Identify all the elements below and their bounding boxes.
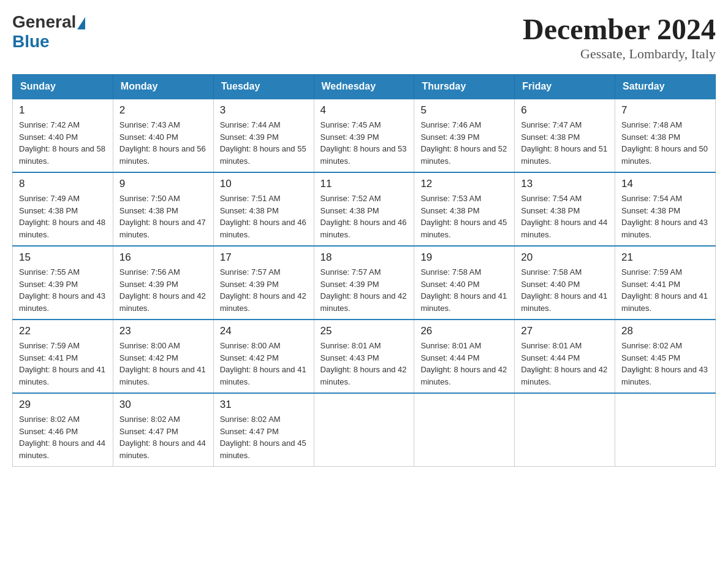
day-info: Sunrise: 8:02 AMSunset: 4:47 PMDaylight:… bbox=[220, 415, 306, 460]
day-info: Sunrise: 7:53 AMSunset: 4:38 PMDaylight:… bbox=[420, 194, 507, 239]
day-info: Sunrise: 8:01 AMSunset: 4:43 PMDaylight:… bbox=[320, 341, 407, 386]
day-number: 8 bbox=[19, 178, 107, 190]
day-number: 4 bbox=[320, 104, 408, 117]
day-info: Sunrise: 8:02 AMSunset: 4:46 PMDaylight:… bbox=[19, 415, 105, 460]
day-number: 19 bbox=[420, 251, 508, 264]
day-number: 28 bbox=[621, 325, 709, 337]
calendar-table: Sunday Monday Tuesday Wednesday Thursday… bbox=[12, 74, 716, 467]
day-number: 6 bbox=[521, 104, 609, 117]
day-number: 12 bbox=[420, 178, 508, 190]
col-saturday: Saturday bbox=[615, 75, 716, 99]
day-number: 31 bbox=[220, 399, 308, 411]
calendar-header-row: Sunday Monday Tuesday Wednesday Thursday… bbox=[13, 75, 716, 99]
col-thursday: Thursday bbox=[414, 75, 515, 99]
day-number: 21 bbox=[621, 251, 709, 264]
calendar-week-2: 8 Sunrise: 7:49 AMSunset: 4:38 PMDayligh… bbox=[13, 172, 716, 246]
day-info: Sunrise: 7:48 AMSunset: 4:38 PMDaylight:… bbox=[621, 120, 708, 166]
day-number: 27 bbox=[521, 325, 609, 337]
calendar-cell: 29 Sunrise: 8:02 AMSunset: 4:46 PMDaylig… bbox=[13, 393, 113, 467]
col-wednesday: Wednesday bbox=[314, 75, 414, 99]
calendar-week-3: 15 Sunrise: 7:55 AMSunset: 4:39 PMDaylig… bbox=[13, 246, 716, 320]
day-info: Sunrise: 7:49 AMSunset: 4:38 PMDaylight:… bbox=[19, 194, 105, 239]
calendar-cell bbox=[414, 393, 515, 467]
calendar-week-4: 22 Sunrise: 7:59 AMSunset: 4:41 PMDaylig… bbox=[13, 320, 716, 393]
logo-triangle-icon bbox=[77, 17, 85, 29]
col-tuesday: Tuesday bbox=[213, 75, 314, 99]
day-info: Sunrise: 8:02 AMSunset: 4:45 PMDaylight:… bbox=[621, 341, 708, 386]
day-info: Sunrise: 7:59 AMSunset: 4:41 PMDaylight:… bbox=[621, 267, 708, 313]
day-number: 30 bbox=[119, 399, 207, 411]
day-info: Sunrise: 7:50 AMSunset: 4:38 PMDaylight:… bbox=[119, 194, 206, 239]
calendar-cell: 11 Sunrise: 7:52 AMSunset: 4:38 PMDaylig… bbox=[314, 172, 414, 246]
calendar-cell: 26 Sunrise: 8:01 AMSunset: 4:44 PMDaylig… bbox=[414, 320, 515, 393]
day-info: Sunrise: 7:57 AMSunset: 4:39 PMDaylight:… bbox=[220, 267, 306, 313]
calendar-cell: 23 Sunrise: 8:00 AMSunset: 4:42 PMDaylig… bbox=[113, 320, 213, 393]
month-title: December 2024 bbox=[523, 12, 716, 46]
calendar-week-1: 1 Sunrise: 7:42 AMSunset: 4:40 PMDayligh… bbox=[13, 99, 716, 172]
calendar-cell: 16 Sunrise: 7:56 AMSunset: 4:39 PMDaylig… bbox=[113, 246, 213, 320]
calendar-cell: 9 Sunrise: 7:50 AMSunset: 4:38 PMDayligh… bbox=[113, 172, 213, 246]
day-number: 5 bbox=[420, 104, 508, 117]
calendar-cell: 21 Sunrise: 7:59 AMSunset: 4:41 PMDaylig… bbox=[615, 246, 716, 320]
day-number: 13 bbox=[521, 178, 609, 190]
calendar-cell: 12 Sunrise: 7:53 AMSunset: 4:38 PMDaylig… bbox=[414, 172, 515, 246]
calendar-cell: 31 Sunrise: 8:02 AMSunset: 4:47 PMDaylig… bbox=[213, 393, 314, 467]
day-info: Sunrise: 7:58 AMSunset: 4:40 PMDaylight:… bbox=[420, 267, 507, 313]
calendar-cell: 4 Sunrise: 7:45 AMSunset: 4:39 PMDayligh… bbox=[314, 99, 414, 172]
page-header: General Blue December 2024 Gessate, Lomb… bbox=[12, 12, 716, 62]
day-number: 24 bbox=[220, 325, 308, 337]
day-number: 18 bbox=[320, 251, 408, 264]
calendar-cell bbox=[314, 393, 414, 467]
day-info: Sunrise: 7:57 AMSunset: 4:39 PMDaylight:… bbox=[320, 267, 407, 313]
day-number: 16 bbox=[119, 251, 207, 264]
calendar-cell: 5 Sunrise: 7:46 AMSunset: 4:39 PMDayligh… bbox=[414, 99, 515, 172]
day-info: Sunrise: 7:54 AMSunset: 4:38 PMDaylight:… bbox=[521, 194, 607, 239]
logo-blue-text: Blue bbox=[12, 32, 50, 51]
col-sunday: Sunday bbox=[13, 75, 113, 99]
calendar-cell: 10 Sunrise: 7:51 AMSunset: 4:38 PMDaylig… bbox=[213, 172, 314, 246]
day-info: Sunrise: 7:51 AMSunset: 4:38 PMDaylight:… bbox=[220, 194, 306, 239]
day-number: 7 bbox=[621, 104, 709, 117]
day-number: 25 bbox=[320, 325, 408, 337]
day-number: 17 bbox=[220, 251, 308, 264]
day-number: 26 bbox=[420, 325, 508, 337]
calendar-cell bbox=[515, 393, 615, 467]
calendar-cell: 8 Sunrise: 7:49 AMSunset: 4:38 PMDayligh… bbox=[13, 172, 113, 246]
logo-general-line: General bbox=[12, 12, 85, 32]
calendar-cell: 14 Sunrise: 7:54 AMSunset: 4:38 PMDaylig… bbox=[615, 172, 716, 246]
calendar-cell: 13 Sunrise: 7:54 AMSunset: 4:38 PMDaylig… bbox=[515, 172, 615, 246]
day-number: 22 bbox=[19, 325, 107, 337]
calendar-cell: 1 Sunrise: 7:42 AMSunset: 4:40 PMDayligh… bbox=[13, 99, 113, 172]
col-monday: Monday bbox=[113, 75, 213, 99]
day-info: Sunrise: 7:55 AMSunset: 4:39 PMDaylight:… bbox=[19, 267, 105, 313]
calendar-cell: 28 Sunrise: 8:02 AMSunset: 4:45 PMDaylig… bbox=[615, 320, 716, 393]
day-number: 23 bbox=[119, 325, 207, 337]
day-info: Sunrise: 8:01 AMSunset: 4:44 PMDaylight:… bbox=[521, 341, 607, 386]
day-number: 11 bbox=[320, 178, 408, 190]
day-number: 14 bbox=[621, 178, 709, 190]
day-info: Sunrise: 7:42 AMSunset: 4:40 PMDaylight:… bbox=[19, 120, 105, 166]
day-info: Sunrise: 7:45 AMSunset: 4:39 PMDaylight:… bbox=[320, 120, 407, 166]
calendar-cell: 17 Sunrise: 7:57 AMSunset: 4:39 PMDaylig… bbox=[213, 246, 314, 320]
calendar-cell bbox=[615, 393, 716, 467]
day-info: Sunrise: 8:02 AMSunset: 4:47 PMDaylight:… bbox=[119, 415, 206, 460]
day-number: 2 bbox=[119, 104, 207, 117]
title-area: December 2024 Gessate, Lombardy, Italy bbox=[523, 12, 716, 62]
day-number: 20 bbox=[521, 251, 609, 264]
day-number: 29 bbox=[19, 399, 107, 411]
logo: General Blue bbox=[12, 12, 85, 52]
calendar-week-5: 29 Sunrise: 8:02 AMSunset: 4:46 PMDaylig… bbox=[13, 393, 716, 467]
day-info: Sunrise: 7:44 AMSunset: 4:39 PMDaylight:… bbox=[220, 120, 306, 166]
calendar-cell: 7 Sunrise: 7:48 AMSunset: 4:38 PMDayligh… bbox=[615, 99, 716, 172]
calendar-cell: 30 Sunrise: 8:02 AMSunset: 4:47 PMDaylig… bbox=[113, 393, 213, 467]
day-number: 1 bbox=[19, 104, 107, 117]
calendar-cell: 6 Sunrise: 7:47 AMSunset: 4:38 PMDayligh… bbox=[515, 99, 615, 172]
day-info: Sunrise: 8:00 AMSunset: 4:42 PMDaylight:… bbox=[119, 341, 206, 386]
logo-blue-line: Blue bbox=[12, 32, 50, 52]
calendar-cell: 25 Sunrise: 8:01 AMSunset: 4:43 PMDaylig… bbox=[314, 320, 414, 393]
logo-general-text: General bbox=[12, 12, 76, 32]
calendar-cell: 20 Sunrise: 7:58 AMSunset: 4:40 PMDaylig… bbox=[515, 246, 615, 320]
day-number: 9 bbox=[119, 178, 207, 190]
calendar-cell: 15 Sunrise: 7:55 AMSunset: 4:39 PMDaylig… bbox=[13, 246, 113, 320]
day-info: Sunrise: 7:52 AMSunset: 4:38 PMDaylight:… bbox=[320, 194, 407, 239]
